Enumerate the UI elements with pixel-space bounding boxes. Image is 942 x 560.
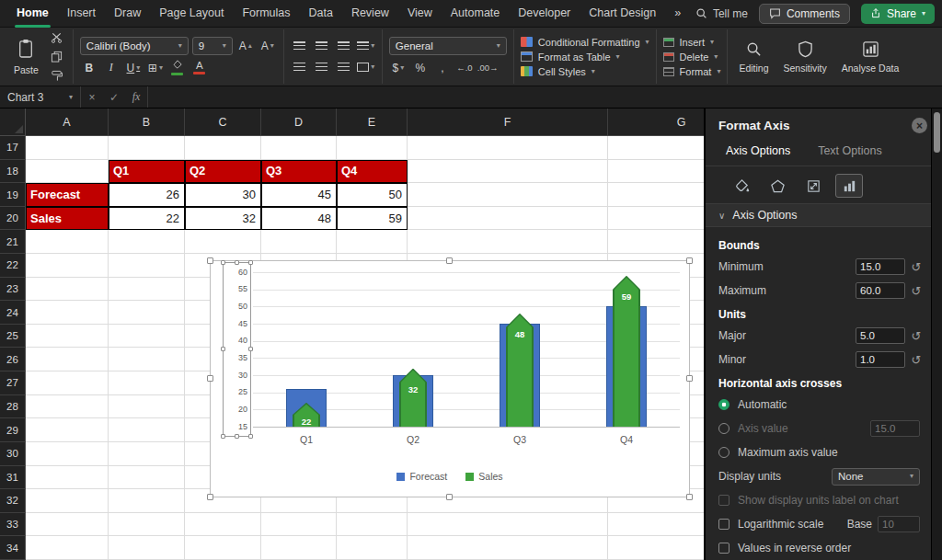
size-properties-icon[interactable] — [799, 174, 827, 198]
decrease-decimal-button[interactable]: ←.0 — [455, 59, 474, 76]
cell[interactable] — [109, 536, 185, 560]
legend-sales[interactable]: Sales — [465, 471, 502, 482]
fill-line-icon[interactable] — [728, 174, 755, 198]
cell[interactable] — [337, 536, 408, 560]
chart-selection-handle-n[interactable] — [446, 257, 453, 264]
panel-scrollbar[interactable] — [931, 109, 942, 560]
cell[interactable] — [109, 136, 185, 160]
menu-tab-chart-design[interactable]: Chart Design — [580, 0, 665, 28]
chart-selection-handle-nw[interactable] — [207, 257, 213, 264]
font-color-button[interactable]: A — [190, 59, 209, 76]
align-left-icon[interactable] — [291, 38, 309, 55]
tab-text-options[interactable]: Text Options — [818, 144, 881, 157]
chart-legend[interactable]: Forecast Sales — [211, 471, 689, 482]
cell[interactable] — [109, 418, 185, 442]
row-header-31[interactable]: 31 — [0, 466, 26, 490]
row-header-17[interactable]: 17 — [0, 136, 26, 160]
axis-selection-handle-sw[interactable] — [221, 434, 225, 439]
column-header-G[interactable]: G — [608, 109, 704, 135]
cell[interactable] — [26, 466, 109, 490]
font-size-select[interactable]: 9 ▾ — [192, 37, 233, 55]
cell[interactable] — [185, 536, 261, 560]
axis-selection-handle-e[interactable] — [248, 347, 253, 351]
align-bottom-icon[interactable] — [335, 59, 353, 76]
cell[interactable] — [26, 395, 109, 419]
cell[interactable] — [109, 371, 185, 395]
reset-icon[interactable]: ↺ — [909, 353, 924, 367]
tell-me-button[interactable]: Tell me — [695, 7, 748, 20]
spreadsheet[interactable]: ABCDEFG 1718Q1Q2Q3Q419Forecast2630455020… — [0, 109, 704, 560]
select-all-corner[interactable] — [0, 109, 26, 135]
cell[interactable] — [26, 136, 109, 160]
cell[interactable] — [26, 301, 109, 325]
major-unit-input[interactable] — [856, 327, 905, 344]
cell[interactable] — [408, 513, 608, 537]
grow-font-button[interactable]: A▴ — [236, 38, 255, 55]
cell[interactable] — [26, 442, 109, 466]
cell[interactable] — [26, 348, 109, 371]
wrap-text-icon[interactable]: ▾ — [357, 38, 375, 55]
column-header-B[interactable]: B — [109, 109, 185, 135]
cell-styles-button[interactable]: Cell Styles ▾ — [521, 66, 649, 77]
cell[interactable] — [109, 395, 185, 419]
analyse-data-button[interactable]: Analyse Data — [837, 40, 903, 74]
cell[interactable] — [26, 536, 109, 560]
conditional-formatting-button[interactable]: Conditional Formatting ▾ — [521, 37, 649, 48]
cancel-icon[interactable]: × — [81, 91, 103, 104]
confirm-icon[interactable]: ✓ — [103, 91, 125, 104]
reverse-order-checkbox[interactable] — [718, 543, 729, 554]
cell[interactable] — [408, 183, 608, 207]
column-header-D[interactable]: D — [261, 109, 337, 135]
column-header-F[interactable]: F — [408, 109, 608, 135]
axis-value-input[interactable] — [870, 420, 920, 437]
row-header-33[interactable]: 33 — [0, 513, 26, 537]
editing-button[interactable]: Editing — [734, 40, 773, 74]
cell[interactable]: 32 — [185, 207, 261, 231]
cell[interactable]: 59 — [337, 207, 408, 231]
cell[interactable] — [109, 489, 185, 513]
comments-button[interactable]: Comments — [759, 4, 850, 24]
legend-forecast[interactable]: Forecast — [396, 471, 447, 482]
merge-center-icon[interactable]: ▾ — [357, 59, 375, 76]
format-painter-icon[interactable] — [48, 67, 66, 85]
maximum-input[interactable] — [856, 282, 905, 299]
tab-axis-options[interactable]: Axis Options — [726, 144, 790, 157]
align-right-icon[interactable] — [335, 38, 353, 55]
axis-selection-handle-w[interactable] — [221, 347, 225, 351]
menu-tab-data[interactable]: Data — [299, 0, 341, 28]
cell[interactable] — [261, 536, 337, 560]
italic-button[interactable]: I — [102, 59, 121, 76]
chart-selection-handle-se[interactable] — [686, 494, 693, 500]
axis-selection-handle-s[interactable] — [235, 434, 239, 439]
sensitivity-button[interactable]: Sensitivity — [779, 40, 832, 74]
formula-input[interactable] — [147, 86, 942, 108]
cell[interactable] — [337, 136, 408, 160]
cell[interactable] — [109, 466, 185, 490]
cell[interactable] — [26, 325, 109, 349]
cell[interactable]: Q1 — [109, 160, 185, 184]
row-header-29[interactable]: 29 — [0, 418, 26, 442]
axis-options-section-header[interactable]: ∨ Axis Options — [706, 203, 942, 227]
row-header-22[interactable]: 22 — [0, 254, 26, 278]
menu-tab-formulas[interactable]: Formulas — [233, 0, 299, 28]
display-units-select[interactable]: None ▾ — [832, 468, 920, 486]
format-cells-button[interactable]: Format ▾ — [663, 66, 721, 77]
chart-selection-handle-ne[interactable] — [686, 257, 693, 264]
cell[interactable] — [608, 230, 704, 254]
menu-overflow-chevron[interactable]: » — [665, 0, 690, 28]
cell[interactable]: 50 — [337, 183, 408, 207]
cell[interactable] — [608, 513, 704, 537]
cell[interactable]: Q2 — [185, 160, 261, 184]
cell[interactable] — [408, 230, 608, 254]
axis-selection-handle-se[interactable] — [248, 434, 253, 439]
automatic-option[interactable]: Automatic — [718, 395, 924, 414]
cell[interactable] — [109, 442, 185, 466]
comma-format-button[interactable]: , — [433, 59, 452, 76]
row-header-20[interactable]: 20 — [0, 207, 26, 231]
cell[interactable]: 45 — [261, 183, 337, 207]
row-header-30[interactable]: 30 — [0, 442, 26, 466]
cell[interactable]: Sales — [26, 207, 109, 231]
reset-icon[interactable]: ↺ — [909, 329, 924, 343]
axis-value-option[interactable]: Axis value — [718, 419, 924, 438]
cell[interactable] — [109, 230, 185, 254]
